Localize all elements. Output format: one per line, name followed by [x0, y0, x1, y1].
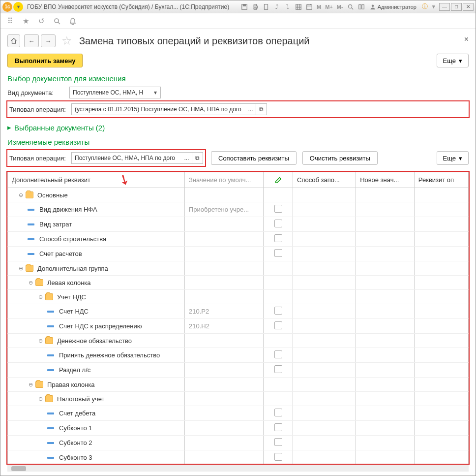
m-plus-icon[interactable]: M+: [324, 4, 334, 10]
col-requisite[interactable]: Дополнительный реквизит: [8, 172, 185, 188]
folder-icon: [45, 293, 53, 300]
zoom-icon[interactable]: [346, 2, 355, 11]
op-type1-select-button[interactable]: ...: [245, 103, 256, 115]
row-label: Субконто 3: [59, 454, 92, 461]
tree-row[interactable]: ⊖Правая колонка: [8, 378, 469, 392]
more-button-2[interactable]: Еще▾: [437, 151, 469, 165]
clear-requisites-button[interactable]: Очистить реквизиты: [302, 151, 378, 165]
svg-rect-7: [307, 4, 312, 9]
tree-row[interactable]: ⊖Денежное обязательство: [8, 334, 469, 348]
info-dropdown-icon[interactable]: ▾: [431, 3, 436, 10]
col-edit-icon[interactable]: [264, 172, 293, 188]
checkbox[interactable]: [274, 249, 282, 257]
doc-icon[interactable]: [262, 2, 270, 11]
leaf-icon: [47, 311, 54, 313]
tree-row[interactable]: ⊖Левая колонка: [8, 276, 469, 290]
checkbox[interactable]: [274, 438, 282, 446]
m-icon[interactable]: M: [316, 4, 322, 10]
checkbox[interactable]: [274, 234, 282, 242]
expand-icon[interactable]: ⊖: [37, 338, 43, 344]
more-button[interactable]: Еще▾: [437, 54, 469, 67]
op-type2-select-button[interactable]: ...: [181, 152, 192, 164]
grid-icon[interactable]: [294, 2, 303, 11]
match-requisites-button[interactable]: Сопоставить реквизиты: [211, 151, 297, 165]
svg-point-8: [348, 4, 352, 8]
tree-row[interactable]: ⊖Налоговый учет: [8, 392, 469, 406]
tree-row[interactable]: Счет НДС к распределению210.Н2: [8, 319, 469, 334]
tree-row[interactable]: Принять денежное обязательство: [8, 348, 469, 363]
tree-row[interactable]: ⊖Учет НДС: [8, 290, 469, 304]
checkbox[interactable]: [274, 205, 282, 213]
tree-row[interactable]: Вид движения НФАПриобретено учре...: [8, 202, 469, 217]
save-icon[interactable]: [240, 2, 249, 11]
dropdown-icon[interactable]: ▾: [13, 2, 23, 12]
selected-docs-link[interactable]: ▸Выбранные документы (2): [7, 123, 469, 132]
tree-row[interactable]: Способ строительства: [8, 232, 469, 247]
checkbox[interactable]: [274, 220, 282, 227]
tree-row[interactable]: Субконто 2: [8, 436, 469, 450]
checkbox[interactable]: [274, 321, 282, 329]
expand-icon[interactable]: ⊖: [18, 265, 24, 272]
horizontal-scrollbar[interactable]: [7, 465, 469, 472]
close-button[interactable]: ✕: [463, 3, 474, 11]
doc-type-label: Вид документа:: [7, 89, 65, 96]
expand-icon[interactable]: ⊖: [18, 192, 24, 198]
doc-type-input[interactable]: Поступление ОС, НМА, Н: [69, 87, 150, 98]
export-icon[interactable]: ⤴: [272, 2, 281, 11]
info-icon[interactable]: ⓘ: [420, 2, 429, 11]
op-type1-input[interactable]: (устарела с 01.01.2015) Поступление ОС, …: [71, 103, 245, 115]
panels-icon[interactable]: [357, 2, 366, 11]
favorites-icon[interactable]: ★: [21, 17, 30, 26]
requisites-tree-table: Дополнительный реквизит Значение по умол…: [7, 172, 469, 465]
leaf-icon: [47, 442, 54, 444]
calendar-icon[interactable]: [305, 2, 314, 11]
checkbox[interactable]: [274, 365, 282, 373]
tree-row[interactable]: Счет дебета: [8, 406, 469, 421]
favorite-star-button[interactable]: ☆: [61, 34, 72, 48]
checkbox[interactable]: [274, 423, 282, 431]
col-op-requisite[interactable]: Реквизит оп: [414, 172, 468, 188]
import-icon[interactable]: ⤵: [283, 2, 292, 11]
expand-icon[interactable]: ⊖: [37, 294, 43, 300]
tree-row[interactable]: Раздел л/с: [8, 363, 469, 378]
row-label: Левая колонка: [47, 279, 91, 286]
nav-back-button[interactable]: ←: [24, 34, 39, 47]
svg-rect-10: [362, 4, 364, 9]
tree-row[interactable]: Вид затрат: [8, 217, 469, 232]
print-icon[interactable]: [251, 2, 260, 11]
col-new-value[interactable]: Новое знач...: [356, 172, 415, 188]
tree-row[interactable]: Субконто 1: [8, 421, 469, 436]
expand-icon[interactable]: ⊖: [28, 280, 33, 286]
home-button[interactable]: [7, 34, 20, 47]
history-icon[interactable]: ↺: [37, 17, 46, 26]
user-label[interactable]: Администратор: [368, 4, 418, 10]
bell-icon[interactable]: [68, 17, 77, 26]
page-close-button[interactable]: ×: [464, 35, 469, 44]
tree-row[interactable]: Субконто 3: [8, 450, 469, 465]
minimize-button[interactable]: —: [439, 3, 450, 11]
nav-forward-button[interactable]: →: [41, 34, 56, 47]
leaf-icon: [47, 354, 54, 356]
apps-icon[interactable]: ⠿: [5, 17, 14, 26]
tree-row[interactable]: ⊖Основные: [8, 188, 469, 202]
maximize-button[interactable]: □: [451, 3, 462, 11]
expand-icon[interactable]: ⊖: [37, 396, 43, 402]
op-type2-open-button[interactable]: ⧉: [192, 152, 203, 164]
leaf-icon: [47, 427, 54, 429]
tree-row[interactable]: Счет НДС210.Р2: [8, 304, 469, 319]
execute-button[interactable]: Выполнить замену: [7, 54, 83, 67]
checkbox[interactable]: [274, 350, 282, 358]
expand-icon[interactable]: ⊖: [28, 381, 33, 388]
m-minus-icon[interactable]: M-: [336, 4, 344, 10]
doc-type-dropdown-button[interactable]: ▾: [150, 87, 161, 98]
checkbox[interactable]: [274, 307, 282, 315]
col-fill-method[interactable]: Способ запо...: [293, 172, 356, 188]
col-default[interactable]: Значение по умолч...: [185, 172, 264, 188]
op-type2-input[interactable]: Поступление ОС, НМА, НПА по дого: [71, 152, 181, 164]
tree-row[interactable]: ⊖Дополнительная группа: [8, 261, 469, 276]
checkbox[interactable]: [274, 409, 282, 416]
checkbox[interactable]: [274, 453, 282, 461]
op-type1-open-button[interactable]: ⧉: [256, 103, 267, 115]
search-icon[interactable]: [53, 17, 61, 26]
tree-row[interactable]: Счет расчетов: [8, 247, 469, 261]
